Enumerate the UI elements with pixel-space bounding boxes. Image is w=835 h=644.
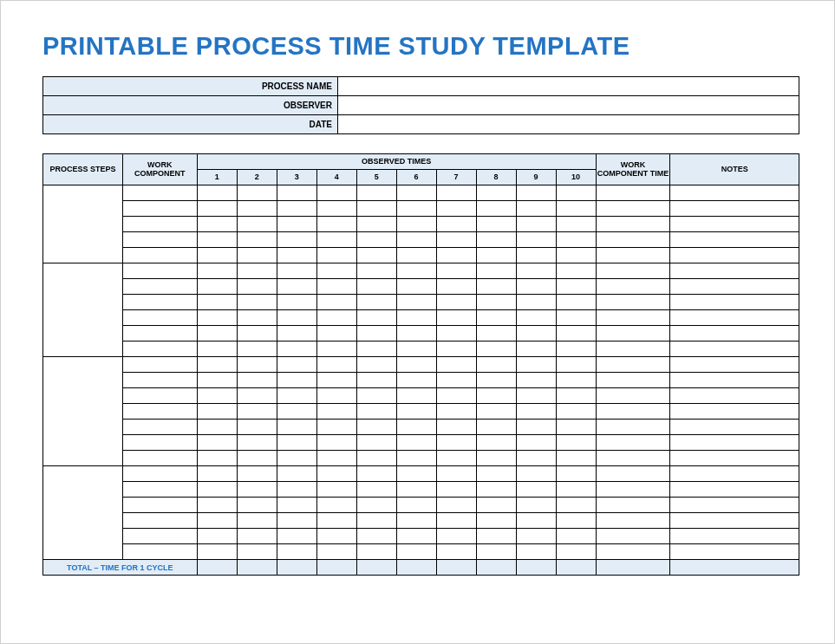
obs-cell[interactable] [476, 310, 516, 326]
process-step-cell[interactable] [43, 357, 123, 466]
wct-cell[interactable] [596, 263, 670, 279]
total-obs-cell[interactable] [197, 560, 237, 576]
obs-cell[interactable] [436, 513, 476, 529]
obs-cell[interactable] [356, 420, 396, 435]
notes-cell[interactable] [670, 310, 799, 326]
obs-cell[interactable] [237, 201, 277, 217]
wct-cell[interactable] [596, 451, 670, 466]
obs-cell[interactable] [396, 466, 436, 482]
notes-cell[interactable] [670, 295, 799, 310]
obs-cell[interactable] [316, 404, 356, 420]
obs-cell[interactable] [356, 310, 396, 326]
notes-cell[interactable] [670, 217, 799, 232]
obs-cell[interactable] [516, 451, 556, 466]
obs-cell[interactable] [436, 388, 476, 404]
work-component-cell[interactable] [122, 498, 197, 513]
obs-cell[interactable] [556, 466, 596, 482]
total-obs-cell[interactable] [516, 560, 556, 576]
obs-cell[interactable] [197, 420, 237, 435]
obs-cell[interactable] [356, 357, 396, 373]
obs-cell[interactable] [436, 498, 476, 513]
obs-cell[interactable] [356, 544, 396, 560]
obs-cell[interactable] [316, 263, 356, 279]
obs-cell[interactable] [516, 388, 556, 404]
obs-cell[interactable] [396, 201, 436, 217]
notes-cell[interactable] [670, 420, 799, 435]
obs-cell[interactable] [197, 185, 237, 201]
obs-cell[interactable] [396, 451, 436, 466]
obs-cell[interactable] [476, 295, 516, 310]
obs-cell[interactable] [436, 295, 476, 310]
work-component-cell[interactable] [122, 482, 197, 498]
work-component-cell[interactable] [122, 435, 197, 451]
obs-cell[interactable] [316, 435, 356, 451]
obs-cell[interactable] [476, 217, 516, 232]
obs-cell[interactable] [436, 342, 476, 357]
obs-cell[interactable] [396, 357, 436, 373]
obs-cell[interactable] [237, 373, 277, 388]
obs-cell[interactable] [237, 263, 277, 279]
notes-cell[interactable] [670, 232, 799, 248]
obs-cell[interactable] [516, 373, 556, 388]
work-component-cell[interactable] [122, 310, 197, 326]
obs-cell[interactable] [277, 310, 316, 326]
obs-cell[interactable] [556, 451, 596, 466]
notes-cell[interactable] [670, 357, 799, 373]
obs-cell[interactable] [516, 342, 556, 357]
obs-cell[interactable] [396, 310, 436, 326]
obs-cell[interactable] [197, 529, 237, 544]
obs-cell[interactable] [476, 342, 516, 357]
obs-cell[interactable] [277, 295, 316, 310]
date-value[interactable] [338, 115, 799, 134]
wct-cell[interactable] [596, 404, 670, 420]
obs-cell[interactable] [396, 544, 436, 560]
obs-cell[interactable] [197, 263, 237, 279]
obs-cell[interactable] [197, 295, 237, 310]
wct-cell[interactable] [596, 482, 670, 498]
obs-cell[interactable] [476, 357, 516, 373]
obs-cell[interactable] [277, 201, 316, 217]
obs-cell[interactable] [356, 279, 396, 295]
wct-cell[interactable] [596, 420, 670, 435]
obs-cell[interactable] [316, 310, 356, 326]
wct-cell[interactable] [596, 435, 670, 451]
obs-cell[interactable] [396, 529, 436, 544]
obs-cell[interactable] [237, 544, 277, 560]
obs-cell[interactable] [396, 482, 436, 498]
obs-cell[interactable] [356, 498, 396, 513]
wct-cell[interactable] [596, 217, 670, 232]
obs-cell[interactable] [436, 279, 476, 295]
obs-cell[interactable] [356, 295, 396, 310]
obs-cell[interactable] [516, 513, 556, 529]
obs-cell[interactable] [516, 466, 556, 482]
work-component-cell[interactable] [122, 295, 197, 310]
obs-cell[interactable] [356, 435, 396, 451]
obs-cell[interactable] [436, 544, 476, 560]
obs-cell[interactable] [197, 482, 237, 498]
total-obs-cell[interactable] [356, 560, 396, 576]
obs-cell[interactable] [197, 466, 237, 482]
obs-cell[interactable] [316, 388, 356, 404]
obs-cell[interactable] [197, 388, 237, 404]
obs-cell[interactable] [237, 420, 277, 435]
obs-cell[interactable] [237, 388, 277, 404]
obs-cell[interactable] [516, 217, 556, 232]
obs-cell[interactable] [356, 529, 396, 544]
obs-cell[interactable] [356, 326, 396, 342]
obs-cell[interactable] [436, 310, 476, 326]
notes-cell[interactable] [670, 263, 799, 279]
wct-cell[interactable] [596, 310, 670, 326]
obs-cell[interactable] [237, 529, 277, 544]
obs-cell[interactable] [277, 373, 316, 388]
obs-cell[interactable] [277, 544, 316, 560]
obs-cell[interactable] [556, 295, 596, 310]
wct-cell[interactable] [596, 466, 670, 482]
work-component-cell[interactable] [122, 544, 197, 560]
notes-cell[interactable] [670, 185, 799, 201]
obs-cell[interactable] [396, 388, 436, 404]
notes-cell[interactable] [670, 404, 799, 420]
work-component-cell[interactable] [122, 404, 197, 420]
obs-cell[interactable] [516, 232, 556, 248]
obs-cell[interactable] [556, 185, 596, 201]
obs-cell[interactable] [436, 263, 476, 279]
